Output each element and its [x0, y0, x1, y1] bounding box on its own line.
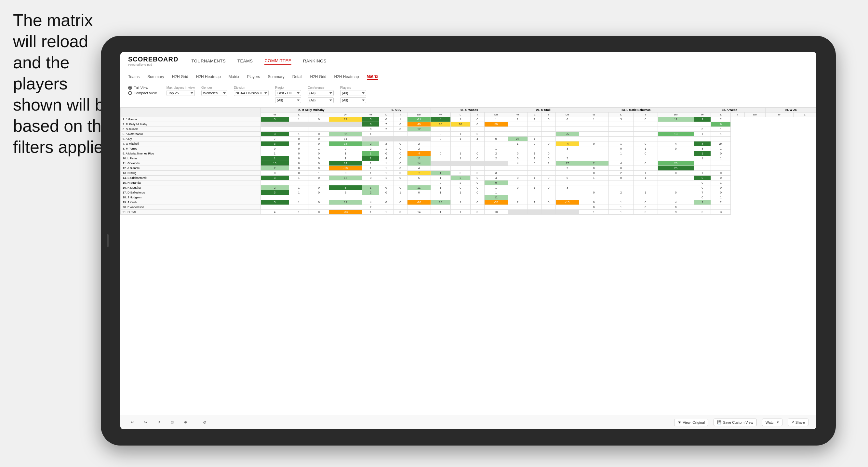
- region-label: Region: [275, 86, 301, 89]
- row-garcia: 1. J Garcia 3 1 0 27 3 0 1 -11 4 1 0: [121, 117, 816, 122]
- cell: 0: [309, 161, 329, 166]
- conference-select1[interactable]: (All): [308, 90, 334, 96]
- cell: 0: [309, 185, 329, 190]
- zoom-fit-button[interactable]: ⊡: [168, 419, 176, 426]
- row-ballesteros: 17. D Ballesteros 3 1 0 6 2 0 1 0 1 1 0: [121, 190, 816, 195]
- cell: 0: [329, 171, 362, 176]
- sh-l5: L: [609, 113, 633, 117]
- cell: 2: [711, 200, 731, 205]
- gender-select[interactable]: Women's Men's: [201, 90, 227, 96]
- cell: [451, 161, 470, 166]
- cell: 0: [393, 151, 407, 156]
- zoom-in-button[interactable]: ⊕: [182, 419, 190, 426]
- subnav-h2hgrid1[interactable]: H2H Grid: [172, 74, 188, 80]
- view-original-button[interactable]: 👁 View: Original: [674, 419, 708, 426]
- cell: [633, 156, 658, 161]
- nav-teams[interactable]: TEAMS: [238, 57, 253, 65]
- cell: 0: [260, 171, 289, 176]
- subnav-teams[interactable]: Teams: [128, 74, 140, 80]
- cell: 10: [451, 122, 470, 127]
- cell: [527, 195, 541, 200]
- subnav-h2hheatmap2[interactable]: H2H Heatmap: [334, 74, 359, 80]
- cell: 0: [362, 176, 379, 181]
- cell: 3: [556, 146, 579, 151]
- subnav-matrix2[interactable]: Matrix: [367, 73, 378, 80]
- cell: 0: [658, 171, 694, 176]
- players-select2[interactable]: (All): [340, 97, 366, 103]
- matrix-wrapper[interactable]: 2. M Kelly Mulcahy 6. A Dy 11. G Woods 2…: [120, 106, 816, 415]
- cell: [407, 136, 431, 142]
- cell: 1: [508, 142, 527, 146]
- cell: 11: [484, 195, 508, 200]
- cell: 0: [393, 185, 407, 190]
- subnav-summary1[interactable]: Summary: [147, 74, 164, 80]
- cell: 0: [393, 127, 407, 132]
- cell: 0: [309, 166, 329, 171]
- subnav-summary2[interactable]: Summary: [268, 74, 284, 80]
- max-players-select[interactable]: Top 25 Top 10 Top 50: [166, 90, 195, 96]
- cell: 0: [541, 142, 555, 146]
- watch-button[interactable]: Watch ▾: [762, 418, 782, 426]
- subnav-players[interactable]: Players: [247, 74, 260, 80]
- cell: 5: [556, 176, 579, 181]
- cell: [451, 146, 470, 151]
- cell: 1: [527, 117, 541, 122]
- cell: 3: [260, 176, 289, 181]
- cell: 0: [309, 210, 329, 215]
- cell: [309, 195, 329, 200]
- cell: [633, 132, 658, 136]
- cell: 1: [451, 156, 470, 161]
- refresh-button[interactable]: ↺: [155, 419, 163, 426]
- cell: [579, 156, 609, 161]
- subnav-h2hheatmap1[interactable]: H2H Heatmap: [196, 74, 221, 80]
- cell: 0: [379, 185, 393, 190]
- redo-button[interactable]: ↪: [142, 419, 150, 426]
- cell: 0: [711, 190, 731, 195]
- subnav-matrix1[interactable]: Matrix: [229, 74, 239, 80]
- cell: [633, 127, 658, 132]
- subnav-h2hgrid2[interactable]: H2H Grid: [310, 74, 326, 80]
- settings-button[interactable]: ⏱: [200, 419, 209, 426]
- cell: [431, 205, 451, 210]
- cell: 0: [508, 156, 527, 161]
- cell: [541, 166, 555, 171]
- division-select[interactable]: NCAA Division II NCAA Division I NCAA Di…: [234, 90, 269, 96]
- cell: [541, 181, 555, 185]
- players-select1[interactable]: (All): [340, 90, 366, 96]
- cell: -18: [329, 166, 362, 171]
- cell: 7: [694, 190, 711, 195]
- region-all-select[interactable]: (All): [275, 97, 301, 103]
- cell: [579, 181, 609, 185]
- cell: 1: [379, 161, 393, 166]
- tablet-button-left[interactable]: [107, 234, 108, 247]
- full-view-option[interactable]: Full View: [128, 86, 157, 90]
- cell: 2: [711, 117, 731, 122]
- col-ady: 6. A Dy: [362, 107, 431, 113]
- cell: 13: [431, 200, 451, 205]
- cell: 0: [508, 176, 527, 181]
- undo-button[interactable]: ↩: [128, 419, 136, 426]
- subnav-detail[interactable]: Detail: [292, 74, 303, 80]
- full-view-radio[interactable]: [128, 86, 132, 90]
- cell: 0: [289, 171, 309, 176]
- compact-view-radio[interactable]: [128, 91, 132, 95]
- region-select[interactable]: East - DII (All): [275, 90, 301, 96]
- cell: [484, 142, 508, 146]
- conference-select2[interactable]: (All): [308, 97, 334, 103]
- cell: [362, 136, 379, 142]
- cell: 0: [579, 190, 609, 195]
- cell: [289, 122, 309, 127]
- cell: 1: [694, 156, 711, 161]
- nav-committee[interactable]: COMMITTEE: [265, 57, 291, 65]
- cell: [609, 122, 633, 127]
- players-label: Players: [340, 86, 366, 89]
- cell: [541, 210, 555, 215]
- share-button[interactable]: ↗ Share: [788, 418, 808, 426]
- nav-rankings[interactable]: RANKINGS: [303, 57, 327, 65]
- cell: 1: [484, 190, 508, 195]
- tablet-frame: SCOREBOARD Powered by clippd TOURNAMENTS…: [101, 36, 836, 445]
- compact-view-option[interactable]: Compact View: [128, 91, 157, 95]
- save-custom-button[interactable]: 💾 Save Custom View: [714, 418, 757, 426]
- nav-tournaments[interactable]: TOURNAMENTS: [191, 57, 226, 65]
- cell: [579, 146, 609, 151]
